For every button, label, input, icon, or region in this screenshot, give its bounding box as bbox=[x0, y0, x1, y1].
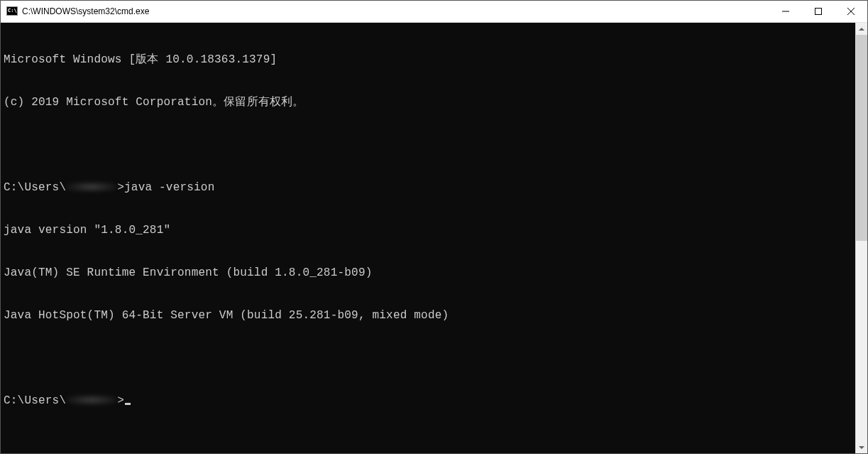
output-line bbox=[4, 138, 855, 152]
output-line: Java HotSpot(TM) 64-Bit Server VM (build… bbox=[4, 308, 855, 323]
output-line bbox=[4, 351, 855, 365]
svg-text:C:\: C:\ bbox=[8, 8, 17, 13]
client-area: Microsoft Windows [版本 10.0.18363.1379] (… bbox=[1, 23, 867, 453]
command-text: java -version bbox=[124, 181, 214, 194]
svg-rect-3 bbox=[815, 9, 822, 15]
close-button[interactable] bbox=[835, 1, 867, 22]
cmd-icon: C:\ bbox=[6, 6, 18, 17]
minimize-button[interactable] bbox=[769, 1, 802, 22]
redacted-username bbox=[66, 394, 117, 406]
cursor bbox=[125, 403, 131, 405]
output-line: Microsoft Windows [版本 10.0.18363.1379] bbox=[4, 53, 855, 67]
terminal-output[interactable]: Microsoft Windows [版本 10.0.18363.1379] (… bbox=[1, 23, 855, 453]
prompt-prefix: C:\Users\ bbox=[4, 181, 66, 194]
prompt-suffix: > bbox=[117, 181, 124, 194]
redacted-username bbox=[66, 181, 117, 193]
window-title: C:\WINDOWS\system32\cmd.exe bbox=[22, 6, 149, 16]
titlebar[interactable]: C:\ C:\WINDOWS\system32\cmd.exe bbox=[1, 1, 867, 23]
scroll-up-button[interactable] bbox=[856, 23, 867, 35]
titlebar-controls bbox=[769, 1, 867, 22]
vertical-scrollbar[interactable] bbox=[855, 23, 867, 453]
maximize-button[interactable] bbox=[802, 1, 835, 22]
prompt-line: C:\Users\> bbox=[4, 394, 855, 408]
output-line: java version "1.8.0_281" bbox=[4, 223, 855, 237]
chevron-up-icon bbox=[859, 28, 864, 31]
prompt-prefix: C:\Users\ bbox=[4, 394, 66, 407]
output-line: Java(TM) SE Runtime Environment (build 1… bbox=[4, 266, 855, 280]
chevron-down-icon bbox=[859, 446, 864, 449]
prompt-suffix: > bbox=[117, 394, 124, 407]
prompt-line: C:\Users\>java -version bbox=[4, 180, 855, 195]
scroll-thumb[interactable] bbox=[856, 35, 867, 241]
output-line: (c) 2019 Microsoft Corporation。保留所有权利。 bbox=[4, 95, 855, 109]
scroll-down-button[interactable] bbox=[856, 441, 867, 453]
